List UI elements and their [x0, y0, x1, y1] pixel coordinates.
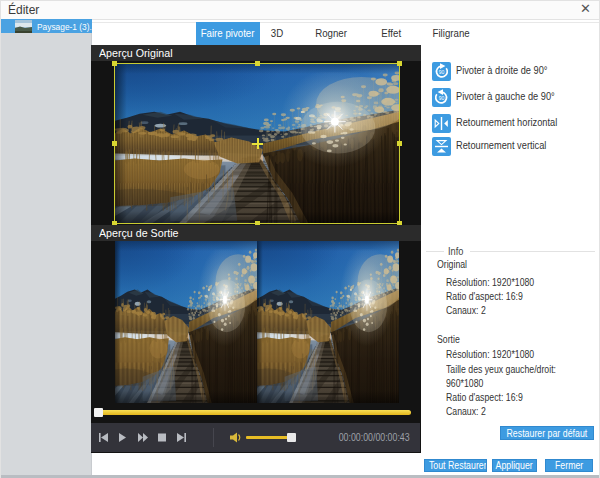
- svg-text:90: 90: [439, 69, 445, 75]
- svg-text:90: 90: [439, 95, 445, 101]
